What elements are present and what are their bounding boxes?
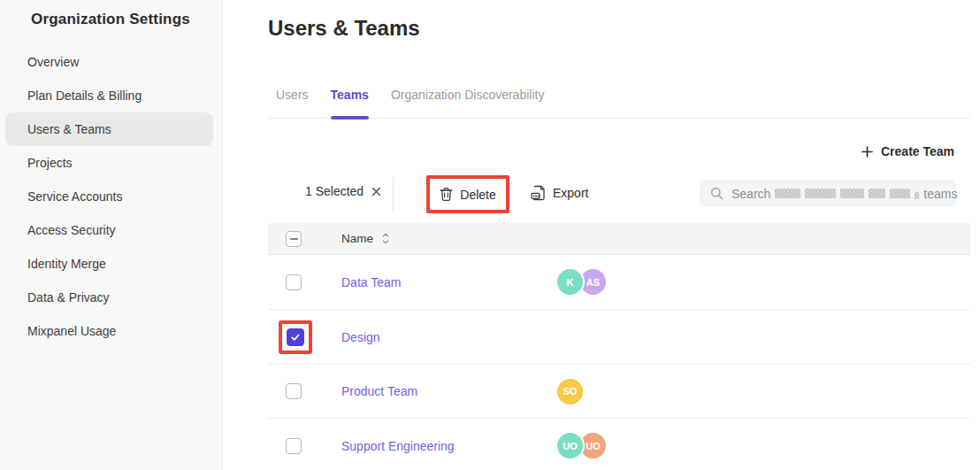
table-row: Data Team K AS <box>268 255 970 310</box>
sidebar-item-data-privacy[interactable]: Data & Privacy <box>5 281 213 314</box>
tab-organization-discoverability[interactable]: Organization Discoverability <box>391 81 545 118</box>
sidebar-item-overview[interactable]: Overview <box>5 45 213 79</box>
selection-toolbar: 1 Selected Delete <box>223 173 980 217</box>
column-header-name[interactable]: Name <box>341 232 389 245</box>
page-title: Users & Teams <box>268 16 420 41</box>
search-placeholder: Search teams <box>731 187 957 201</box>
export-button-label: Export <box>553 186 588 200</box>
sidebar-item-identity-merge[interactable]: Identity Merge <box>5 247 213 281</box>
sidebar-item-service-accounts[interactable]: Service Accounts <box>5 180 213 213</box>
teams-table: Name Data Team K AS <box>268 223 970 470</box>
table-row: Product Team SO <box>268 365 970 419</box>
redacted-text-block <box>915 192 919 199</box>
tab-teams[interactable]: Teams <box>331 81 369 118</box>
row-checkbox[interactable] <box>287 328 304 346</box>
delete-button-label: Delete <box>460 188 495 202</box>
create-team-label: Create Team <box>881 144 954 158</box>
svg-text:csv: csv <box>532 194 540 198</box>
sort-icon <box>382 233 389 244</box>
team-name-link[interactable]: Product Team <box>341 384 417 398</box>
redacted-text-block <box>869 189 885 198</box>
row-checkbox[interactable] <box>286 438 302 454</box>
avatar: SO <box>557 379 583 405</box>
selection-count: 1 Selected <box>305 184 381 198</box>
sidebar-title: Organization Settings <box>31 10 222 29</box>
row-checkbox[interactable] <box>286 274 302 290</box>
export-button[interactable]: csv Export <box>531 185 588 201</box>
organization-settings-sidebar: Organization Settings Overview Plan Deta… <box>0 0 223 470</box>
search-input[interactable]: Search teams <box>700 180 956 207</box>
team-name-link[interactable]: Design <box>341 330 380 344</box>
checkmark-icon <box>290 332 301 343</box>
sidebar-nav: Overview Plan Details & Billing Users & … <box>0 45 222 348</box>
sidebar-item-users-teams[interactable]: Users & Teams <box>5 112 213 146</box>
main-content: Users & Teams Users Teams Organization D… <box>223 0 980 470</box>
select-all-checkbox[interactable] <box>286 231 302 247</box>
redacted-text-block <box>805 189 836 198</box>
plus-icon <box>861 146 873 158</box>
table-row: Design <box>268 310 970 365</box>
selection-count-label: 1 Selected <box>305 184 364 198</box>
toolbar-divider <box>393 177 394 212</box>
team-member-avatars: SO <box>557 379 583 405</box>
avatar: AS <box>580 269 606 295</box>
redacted-text-block <box>840 189 864 198</box>
avatar: UO <box>557 433 583 458</box>
redacted-text-block <box>775 189 800 198</box>
tab-bar: Users Teams Organization Discoverability <box>268 81 970 119</box>
delete-button[interactable]: Delete <box>440 187 495 202</box>
delete-annotation-box: Delete <box>426 175 509 213</box>
search-icon <box>710 187 724 200</box>
create-team-button[interactable]: Create Team <box>861 144 954 158</box>
team-name-link[interactable]: Data Team <box>341 275 401 289</box>
sidebar-item-projects[interactable]: Projects <box>5 146 213 180</box>
sidebar-item-plan-details-billing[interactable]: Plan Details & Billing <box>5 79 213 112</box>
row-checkbox[interactable] <box>286 383 302 399</box>
sidebar-item-access-security[interactable]: Access Security <box>5 213 213 247</box>
team-member-avatars: UO UO <box>557 433 606 458</box>
team-member-avatars: K AS <box>557 269 606 295</box>
csv-file-icon: csv <box>531 185 546 201</box>
table-row: Support Engineering UO UO <box>268 419 970 470</box>
indeterminate-dash-icon <box>290 238 298 240</box>
avatar: UO <box>580 433 606 458</box>
tab-users[interactable]: Users <box>276 81 309 118</box>
trash-icon <box>440 187 453 202</box>
table-header-row: Name <box>268 223 970 255</box>
redacted-text-block <box>890 189 910 198</box>
sidebar-item-mixpanel-usage[interactable]: Mixpanel Usage <box>5 314 213 348</box>
team-name-link[interactable]: Support Engineering <box>341 439 455 453</box>
checkbox-annotation-box <box>279 320 312 354</box>
clear-selection-icon[interactable] <box>371 186 381 196</box>
avatar: K <box>557 269 583 295</box>
